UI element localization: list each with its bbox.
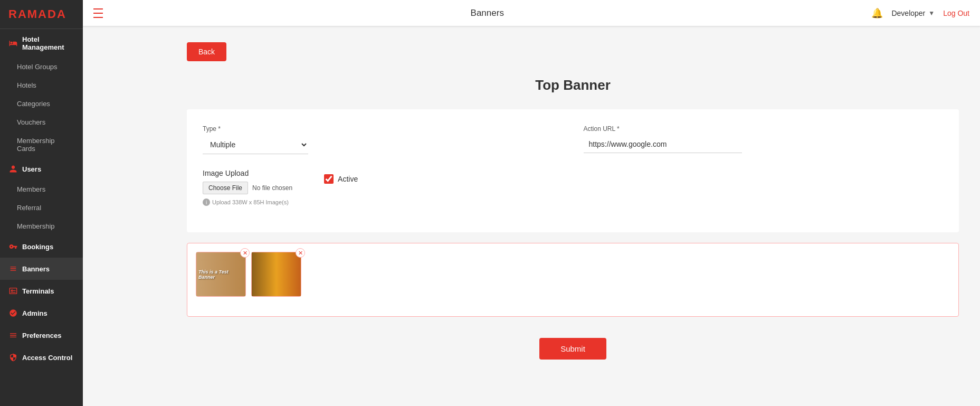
banner-1-text: This is a Test Banner (196, 267, 245, 282)
sidebar-item-terminals[interactable]: Terminals (0, 280, 83, 302)
key-icon (8, 242, 18, 251)
topbar-left (93, 7, 103, 20)
main-content: Back Top Banner Type * Multiple Single A… (166, 26, 980, 406)
hamburger-menu[interactable] (93, 7, 103, 20)
sidebar-item-members[interactable]: Members (8, 180, 83, 199)
hotel-icon (8, 39, 18, 48)
sidebar-item-users[interactable]: Users (0, 158, 83, 180)
notification-bell-icon[interactable]: 🔔 (871, 7, 883, 19)
sidebar-label-preferences: Preferences (22, 332, 61, 339)
sidebar-item-bookings[interactable]: Bookings (0, 235, 83, 258)
sidebar-label-bookings: Bookings (22, 243, 53, 251)
submit-area: Submit (187, 327, 959, 365)
sidebar-item-referral[interactable]: Referral (8, 199, 83, 217)
terminal-icon (8, 286, 18, 296)
user-icon (8, 164, 18, 174)
sidebar-section-users: Users Members Referral Membership (0, 158, 83, 235)
sidebar-label-hotel-management: Hotel Management (22, 35, 74, 51)
logo: RAMADA (0, 0, 83, 29)
sidebar-section-terminals: Terminals (0, 280, 83, 302)
sidebar-label-vouchers: Vouchers (17, 118, 45, 126)
sidebar: RAMADA Hotel Management Hotel Groups Hot… (0, 0, 83, 406)
sidebar-item-hotel-management[interactable]: Hotel Management (0, 29, 83, 58)
topbar-right: 🔔 Developer ▼ Log Out (871, 7, 969, 19)
sidebar-label-members: Members (17, 185, 45, 193)
sidebar-item-admins[interactable]: Admins (0, 302, 83, 324)
sidebar-label-referral: Referral (17, 204, 41, 212)
sidebar-label-admins: Admins (22, 309, 47, 317)
form-field-type: Type * Multiple Single (203, 125, 563, 154)
shield-icon (8, 353, 18, 362)
info-icon: i (203, 199, 210, 206)
active-row: Active (324, 174, 358, 184)
action-url-label: Action URL * (584, 125, 944, 133)
sidebar-item-preferences[interactable]: Preferences (0, 324, 83, 346)
sidebar-label-hotel-groups: Hotel Groups (17, 63, 58, 71)
sidebar-section-access-control: Access Control (0, 346, 83, 369)
sidebar-label-hotels: Hotels (17, 81, 36, 89)
admin-icon (8, 308, 18, 318)
sidebar-item-access-control[interactable]: Access Control (0, 346, 83, 369)
sidebar-section-banners: Banners (0, 258, 83, 280)
banner-icon (8, 264, 18, 273)
sidebar-item-hotel-groups[interactable]: Hotel Groups (8, 58, 83, 76)
no-file-text: No file chosen (252, 184, 292, 192)
user-menu[interactable]: Developer ▼ (891, 9, 935, 17)
sidebar-item-membership-cards[interactable]: Membership Cards (8, 131, 83, 158)
sidebar-sub-users: Members Referral Membership (0, 180, 83, 235)
image-upload-label: Image Upload (203, 169, 292, 177)
sidebar-label-users: Users (22, 165, 41, 173)
upload-section: Image Upload Choose File No file chosen … (203, 169, 943, 206)
sidebar-label-terminals: Terminals (22, 287, 54, 295)
logo-text: RAMADA (8, 7, 66, 21)
type-label: Type * (203, 125, 563, 133)
file-input-row: Choose File No file chosen (203, 182, 292, 194)
sidebar-label-membership-cards: Membership Cards (17, 137, 74, 153)
form-field-action-url: Action URL * (584, 125, 944, 154)
action-url-input[interactable] (584, 136, 742, 153)
upload-hint: i Upload 338W x 85H Image(s) (203, 199, 292, 206)
sidebar-item-banners[interactable]: Banners (0, 258, 83, 280)
sidebar-label-membership: Membership (17, 222, 55, 230)
sidebar-item-vouchers[interactable]: Vouchers (8, 113, 83, 131)
back-button[interactable]: Back (187, 42, 226, 61)
topbar-title: Banners (471, 8, 504, 18)
active-label: Active (338, 175, 358, 183)
hamburger-line-1 (93, 8, 103, 10)
sidebar-item-categories[interactable]: Categories (8, 95, 83, 113)
remove-image-2-button[interactable]: ✕ (296, 248, 305, 258)
sidebar-sub-hotel: Hotel Groups Hotels Categories Vouchers … (0, 58, 83, 158)
topbar: Banners 🔔 Developer ▼ Log Out (83, 0, 980, 26)
sidebar-label-access-control: Access Control (22, 354, 72, 362)
sidebar-label-banners: Banners (22, 265, 50, 273)
hamburger-line-3 (93, 17, 103, 18)
sidebar-section-bookings: Bookings (0, 235, 83, 258)
image-preview-item-2: ✕ (251, 252, 301, 297)
sidebar-item-hotels[interactable]: Hotels (8, 76, 83, 95)
form-row-type-url: Type * Multiple Single Action URL * (203, 125, 943, 154)
upload-hint-text: Upload 338W x 85H Image(s) (212, 199, 289, 205)
sidebar-section-hotel: Hotel Management Hotel Groups Hotels Cat… (0, 29, 83, 158)
remove-image-1-button[interactable]: ✕ (240, 248, 250, 258)
image-preview-item-1: ✕ This is a Test Banner (196, 252, 246, 297)
chevron-down-icon: ▼ (928, 10, 935, 17)
image-preview-container: ✕ This is a Test Banner ✕ (187, 243, 959, 317)
logout-button[interactable]: Log Out (943, 9, 969, 17)
preferences-icon (8, 331, 18, 340)
section-title: Top Banner (187, 77, 959, 93)
sidebar-label-categories: Categories (17, 100, 50, 108)
form-area: Type * Multiple Single Action URL * Imag… (187, 109, 959, 232)
active-checkbox[interactable] (324, 174, 334, 184)
upload-left: Image Upload Choose File No file chosen … (203, 169, 292, 206)
submit-button[interactable]: Submit (539, 338, 606, 360)
sidebar-section-preferences: Preferences (0, 324, 83, 346)
type-select[interactable]: Multiple Single (203, 136, 308, 154)
username-label: Developer (891, 9, 925, 17)
choose-file-button[interactable]: Choose File (203, 182, 248, 194)
hamburger-line-2 (93, 13, 103, 14)
sidebar-section-admins: Admins (0, 302, 83, 324)
sidebar-item-membership[interactable]: Membership (8, 217, 83, 235)
